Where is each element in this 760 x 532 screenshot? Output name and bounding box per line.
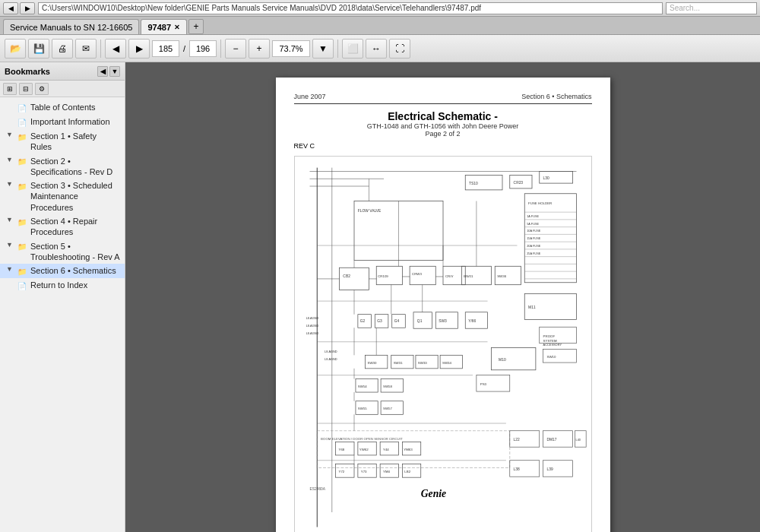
fit-page-button[interactable]: ⬜ <box>342 39 363 59</box>
svg-text:ACCESSORY: ACCESSORY <box>543 343 562 347</box>
pdf-date: June 2007 <box>294 93 326 100</box>
bookmark-return[interactable]: 📄 Return to Index <box>0 278 125 293</box>
bookmark-important[interactable]: 📄 Important Information <box>0 115 125 129</box>
schematic-diagram: FLOW VALVE TS10 CR23 L30 FUSE HOLDER <box>294 156 592 532</box>
search-input[interactable]: Search... <box>666 2 757 14</box>
bookmark-label: Return to Index <box>30 280 87 290</box>
svg-text:Y73: Y73 <box>360 470 366 473</box>
bookmark-label: Section 5 • Troubleshooting - Rev A <box>30 241 120 263</box>
toolbar-open-button[interactable]: 📂 <box>5 39 26 59</box>
svg-text:L22: L22 <box>513 438 519 442</box>
svg-text:L38: L38 <box>513 467 519 471</box>
toolbar: 📂 💾 🖨 ✉ ◀ ▶ / − + 73.7% ▼ ⬜ ↔ ⛶ <box>0 35 760 62</box>
svg-text:BOOM ELEVATION / DOOR OPEN SEN: BOOM ELEVATION / DOOR OPEN SENSOR CIRCUI… <box>321 437 403 441</box>
document-icon: 📄 <box>17 280 27 291</box>
separator3 <box>337 40 338 58</box>
svg-text:L40: L40 <box>575 438 581 442</box>
svg-text:L39: L39 <box>546 467 553 471</box>
svg-text:DM17: DM17 <box>546 438 556 442</box>
bookmark-expand: ▼ <box>6 156 15 165</box>
svg-text:ES2460A: ES2460A <box>309 487 325 491</box>
bookmark-section6[interactable]: ▼ 📁 Section 6 • Schematics <box>0 264 125 278</box>
svg-text:PROOF: PROOF <box>543 334 555 338</box>
back-button[interactable]: ◀ <box>3 2 18 14</box>
toolbar-print-button[interactable]: 🖨 <box>52 39 73 59</box>
pdf-title-block: Electrical Schematic - GTH-1048 and GTH-… <box>294 110 592 138</box>
svg-text:FLOW VALVE: FLOW VALVE <box>357 209 381 213</box>
svg-text:SW34: SW34 <box>442 361 451 365</box>
svg-text:FUSE HOLDER: FUSE HOLDER <box>528 201 552 205</box>
tab-label: Service Manuals to SN 12-16605 <box>10 23 132 32</box>
bookmark-label: Section 6 • Schematics <box>30 265 116 276</box>
sidebar-toolbar: ⊞ ⊟ ⚙ <box>0 81 125 97</box>
sidebar-expand-all[interactable]: ⊞ <box>3 83 17 95</box>
svg-text:SW57: SW57 <box>383 407 392 410</box>
prev-page-button[interactable]: ◀ <box>105 39 126 59</box>
page-separator: / <box>182 44 187 53</box>
separator <box>100 40 101 58</box>
bookmark-section4[interactable]: ▼ 📁 Section 4 • Repair Procedures <box>0 214 125 239</box>
fullscreen-button[interactable]: ⛶ <box>389 39 410 59</box>
tab-service-manuals[interactable]: Service Manuals to SN 12-16605 <box>3 19 139 34</box>
pdf-page: June 2007 Section 6 • Schematics Electri… <box>276 78 610 532</box>
folder-icon: 📁 <box>17 266 27 277</box>
svg-text:SW30: SW30 <box>367 361 376 365</box>
pdf-main-title: Electrical Schematic - <box>294 110 592 122</box>
pdf-subtitle-2: Page 2 of 2 <box>294 130 592 138</box>
svg-text:L8.AGND: L8.AGND <box>325 350 337 353</box>
bookmark-section1[interactable]: ▼ 📁 Section 1 • Safety Rules <box>0 129 125 154</box>
svg-text:L30: L30 <box>543 176 549 180</box>
tab-97487[interactable]: 97487 ✕ <box>141 19 187 34</box>
forward-button[interactable]: ▶ <box>20 2 35 14</box>
sidebar-header-buttons: ◀ ▼ <box>97 66 120 77</box>
svg-text:L8.AGND: L8.AGND <box>306 324 318 328</box>
pdf-subtitle-1: GTH-1048 and GTH-1056 with John Deere Po… <box>294 122 592 130</box>
toolbar-save-button[interactable]: 💾 <box>28 39 49 59</box>
folder-icon: 📁 <box>17 181 27 192</box>
svg-text:M10: M10 <box>499 358 506 362</box>
zoom-dropdown[interactable]: ▼ <box>312 39 334 59</box>
svg-text:5A FUSE: 5A FUSE <box>527 222 539 226</box>
sidebar: Bookmarks ◀ ▼ ⊞ ⊟ ⚙ 📄 Table of Contents … <box>0 62 125 532</box>
bookmark-label: Section 4 • Repair Procedures <box>30 216 120 238</box>
svg-text:15A FUSE: 15A FUSE <box>527 236 541 240</box>
pdf-viewer-area[interactable]: June 2007 Section 6 • Schematics Electri… <box>125 62 760 532</box>
toolbar-email-button[interactable]: ✉ <box>75 39 97 59</box>
fit-width-button[interactable]: ↔ <box>366 39 387 59</box>
svg-text:Q1: Q1 <box>416 319 422 323</box>
bookmark-section5[interactable]: ▼ 📁 Section 5 • Troubleshooting - Rev A <box>0 239 125 264</box>
search-placeholder: Search... <box>670 4 700 12</box>
bookmark-label: Section 2 • Specifications - Rev D <box>30 156 120 178</box>
new-tab-button[interactable]: + <box>188 19 204 34</box>
svg-text:YW62: YW62 <box>359 448 368 451</box>
address-text: C:\Users\WINDOW10\Desktop\New folder\GEN… <box>42 4 481 12</box>
zoom-out-button[interactable]: − <box>225 39 246 59</box>
svg-text:PS3: PS3 <box>480 382 486 386</box>
bookmark-label: Important Information <box>30 116 110 127</box>
svg-text:LB2: LB2 <box>404 470 410 473</box>
zoom-in-button[interactable]: + <box>249 39 270 59</box>
page-number-input[interactable] <box>152 40 179 57</box>
svg-text:SW36: SW36 <box>497 274 506 278</box>
next-page-button[interactable]: ▶ <box>128 39 150 59</box>
svg-text:CRW3: CRW3 <box>412 272 422 276</box>
svg-text:BN/01: BN/01 <box>464 274 473 278</box>
sidebar-collapse-button[interactable]: ◀ <box>97 66 108 77</box>
main-content: Bookmarks ◀ ▼ ⊞ ⊟ ⚙ 📄 Table of Contents … <box>0 62 760 532</box>
bookmark-expand: ▼ <box>6 241 15 250</box>
sidebar-options-button[interactable]: ▼ <box>109 66 120 77</box>
svg-text:TS10: TS10 <box>469 182 478 185</box>
svg-text:L8.AGND: L8.AGND <box>306 317 318 321</box>
bookmark-section2[interactable]: ▼ 📁 Section 2 • Specifications - Rev D <box>0 154 125 179</box>
tab-close-button[interactable]: ✕ <box>174 24 180 31</box>
svg-text:10A FUSE: 10A FUSE <box>527 229 541 233</box>
svg-text:M11: M11 <box>528 306 536 309</box>
sidebar-collapse-all[interactable]: ⊟ <box>19 83 33 95</box>
sidebar-options[interactable]: ⚙ <box>35 83 49 95</box>
bookmark-toc[interactable]: 📄 Table of Contents <box>0 100 125 115</box>
address-bar[interactable]: C:\Users\WINDOW10\Desktop\New folder\GEN… <box>38 2 663 14</box>
svg-text:SW3: SW3 <box>439 319 447 323</box>
svg-text:YM4: YM4 <box>383 470 391 473</box>
svg-text:Y68: Y68 <box>338 448 344 451</box>
bookmark-section3[interactable]: ▼ 📁 Section 3 • Scheduled Maintenance Pr… <box>0 179 125 214</box>
